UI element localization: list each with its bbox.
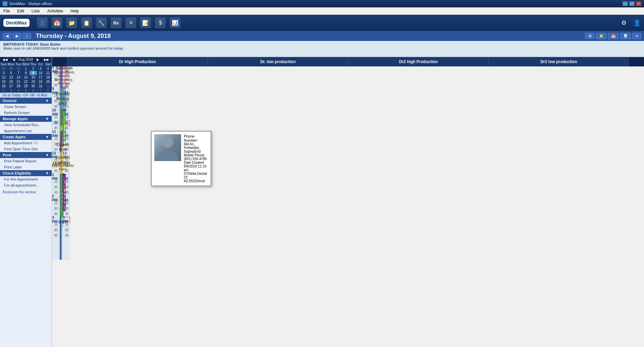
cal-day[interactable]: 1: [44, 84, 52, 88]
plus90-button[interactable]: +90: [29, 93, 35, 97]
calendar-nav-icon[interactable]: 📅: [608, 33, 619, 39]
dr4-header: Dr2 low production: [488, 57, 629, 66]
cal-day[interactable]: 15: [22, 75, 30, 80]
cal-day[interactable]: 6: [7, 71, 15, 75]
print-header[interactable]: Print ▼: [0, 152, 52, 158]
prev-year-button[interactable]: ◀◀: [1, 58, 9, 61]
find-open-time-slot-button[interactable]: Find Open Time Slot: [0, 146, 52, 152]
general-section-header[interactable]: General ▼: [0, 98, 52, 104]
goto-today-button[interactable]: Go to Today: [3, 93, 21, 97]
cal-day[interactable]: 18: [44, 75, 52, 80]
forward-button[interactable]: ▶: [13, 33, 21, 39]
bookmark-button[interactable]: Bookmark this window: [0, 188, 52, 196]
cal-day[interactable]: 22: [22, 80, 30, 84]
cal-day[interactable]: 7: [37, 88, 44, 93]
next-year-button[interactable]: ▶▶: [43, 58, 50, 61]
cal-day[interactable]: 5: [0, 71, 7, 75]
cal-day[interactable]: 4: [44, 66, 52, 71]
rx-icon[interactable]: Rx: [111, 17, 121, 28]
alert-icon[interactable]: 🔔: [596, 33, 607, 39]
add-appointment-button[interactable]: Add Appointment F8: [0, 140, 52, 146]
menu-activities[interactable]: Activities: [46, 8, 64, 14]
user-icon[interactable]: 👤: [633, 19, 641, 27]
print-label-button[interactable]: Print Label: [0, 164, 52, 170]
menu-lists[interactable]: Lists: [30, 8, 41, 14]
brown-harris-appointment[interactable]: 👤 Tx ✚ Brown Harris Phone Number: (602) …: [62, 174, 66, 211]
back-button[interactable]: ◀: [3, 33, 11, 39]
cal-day[interactable]: 17: [37, 75, 44, 80]
cal-day[interactable]: 20: [7, 80, 15, 84]
menu-edit[interactable]: Edit: [16, 8, 25, 14]
cal-day[interactable]: 27: [7, 84, 15, 88]
cal-day[interactable]: 23: [30, 80, 37, 84]
cal-day[interactable]: 19: [0, 80, 7, 84]
cal-day[interactable]: 30: [30, 84, 37, 88]
list-icon[interactable]: ≡: [125, 17, 136, 28]
appointment-list-button[interactable]: Appointment List: [0, 128, 52, 134]
cal-day[interactable]: 1: [22, 66, 30, 71]
folder-icon[interactable]: 📁: [66, 17, 77, 28]
close-button[interactable]: ✕: [636, 1, 641, 6]
cal-day-today[interactable]: 9: [30, 71, 37, 75]
home-button[interactable]: ⌂: [23, 33, 31, 39]
cal-day[interactable]: 14: [15, 75, 22, 80]
cal-day[interactable]: 11: [44, 71, 52, 75]
cal-day[interactable]: 28: [15, 84, 22, 88]
next-month-button[interactable]: ▶: [36, 58, 40, 61]
clipboard-icon[interactable]: 📋: [81, 17, 92, 28]
create-appts-header[interactable]: Create Appts ▼: [0, 134, 52, 140]
cal-day[interactable]: 31: [37, 84, 44, 88]
settings-icon[interactable]: ⚙: [621, 19, 627, 27]
cal-day[interactable]: 6: [30, 88, 37, 93]
tooth-icon[interactable]: 🦷: [620, 33, 631, 39]
cal-day[interactable]: 3: [37, 66, 44, 71]
reports-icon[interactable]: 📊: [170, 17, 180, 28]
rct-block: RCT: [62, 217, 63, 228]
calendar-icon[interactable]: 📅: [52, 17, 62, 28]
minimize-button[interactable]: ─: [623, 1, 628, 6]
tools-icon[interactable]: 🔧: [96, 17, 107, 28]
prev-month-button[interactable]: ◀: [11, 58, 16, 61]
view-scheduled-rev-button[interactable]: View Scheduled Rev...: [0, 122, 52, 128]
billing-icon[interactable]: $: [155, 17, 166, 28]
cal-day[interactable]: 10: [37, 71, 44, 75]
menu-file[interactable]: File: [2, 8, 11, 14]
for-this-appointment-button[interactable]: For this Appointment: [0, 176, 52, 182]
cal-day[interactable]: 26: [0, 84, 7, 88]
cal-day[interactable]: 29: [0, 66, 7, 71]
cal-day[interactable]: 2: [30, 66, 37, 71]
mini-cal-grid: Sun Mon Tue Wed Thu Fri Sat 29 30 31 1 2…: [0, 62, 52, 93]
check-eligibility-header[interactable]: Check Eligibility ▼: [0, 170, 52, 176]
cal-day[interactable]: 2: [0, 88, 7, 93]
print-patient-report-button[interactable]: Print Patient Report: [0, 158, 52, 164]
maximize-button[interactable]: □: [629, 1, 635, 6]
cal-day[interactable]: 30: [7, 66, 15, 71]
close-screen-button[interactable]: Close Screen: [0, 104, 52, 110]
cal-day[interactable]: 4: [15, 88, 22, 93]
cal-day[interactable]: 25: [44, 80, 52, 84]
cal-day[interactable]: 7: [15, 71, 22, 75]
brittany-owen-appointment[interactable]: 👤 Tx ● ● Brittany Owen (Britt) Phone Num…: [62, 109, 66, 142]
for-all-appointments-button[interactable]: For all appointment...: [0, 182, 52, 188]
cal-day[interactable]: 24: [37, 80, 44, 84]
notes-icon[interactable]: 📝: [140, 17, 151, 28]
plus14-button[interactable]: +14: [22, 93, 28, 97]
cal-day[interactable]: 21: [15, 80, 22, 84]
monitor-icon[interactable]: 🖥: [585, 33, 595, 39]
cal-day[interactable]: 5: [22, 88, 30, 93]
manage-appts-header[interactable]: Manage Appts ▼: [0, 116, 52, 122]
cal-day[interactable]: 8: [22, 71, 30, 75]
plus6m-button[interactable]: +6 Mos: [36, 93, 47, 97]
cal-day[interactable]: 13: [7, 75, 15, 80]
close-nav[interactable]: ✕: [632, 33, 641, 39]
calendar-scroll[interactable]: #calendar-grid { position: relative; } .…: [52, 66, 644, 347]
patients-icon[interactable]: 👤: [37, 17, 48, 28]
cal-day[interactable]: 16: [30, 75, 37, 80]
cal-day[interactable]: 12: [0, 75, 7, 80]
refresh-screen-button[interactable]: Refresh Screen: [0, 110, 52, 116]
cal-day[interactable]: 31: [15, 66, 22, 71]
cal-day[interactable]: 3: [7, 88, 15, 93]
cal-day[interactable]: 8: [44, 88, 52, 93]
cal-day[interactable]: 29: [22, 84, 30, 88]
menu-help[interactable]: Help: [69, 8, 80, 14]
